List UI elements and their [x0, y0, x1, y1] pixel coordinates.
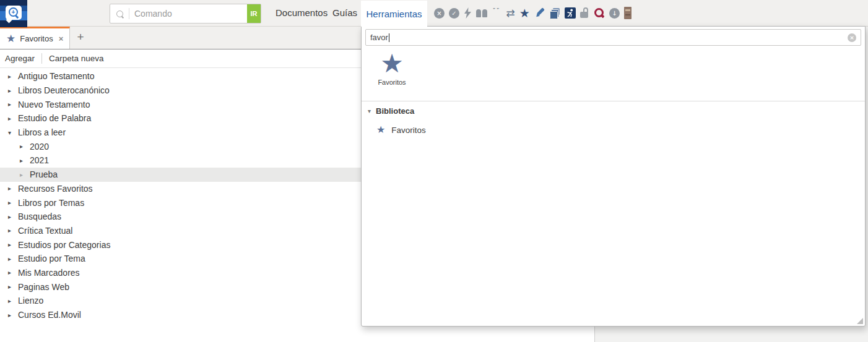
figure-tile-icon[interactable]: [565, 7, 576, 19]
chevron-right-icon[interactable]: ▸: [8, 255, 14, 262]
chevron-right-icon[interactable]: ▸: [20, 157, 26, 164]
go-button[interactable]: IR: [247, 4, 261, 23]
quick-tools-strip: × ✓ ” ⇄ ★ ↓: [434, 6, 631, 20]
new-tab-button[interactable]: +: [74, 30, 87, 45]
chevron-right-icon[interactable]: ▸: [20, 171, 26, 178]
library-section-label: Biblioteca: [376, 106, 414, 116]
book-spine-icon[interactable]: [624, 7, 631, 19]
open-lock-icon[interactable]: [580, 7, 589, 19]
divider: [129, 8, 129, 19]
open-book-icon[interactable]: [476, 9, 488, 17]
tool-result-favoritos[interactable]: ★ Favoritos: [373, 51, 411, 86]
lightning-icon[interactable]: [464, 7, 472, 19]
pencil-icon[interactable]: [534, 7, 545, 19]
search-icon: [116, 11, 123, 17]
command-placeholder: Comando: [134, 9, 172, 19]
divider: [362, 101, 865, 101]
circle-check-icon[interactable]: ✓: [449, 8, 459, 19]
chevron-right-icon[interactable]: ▸: [20, 143, 26, 150]
chevron-right-icon[interactable]: ▸: [8, 73, 14, 80]
star-icon: ★: [376, 125, 385, 135]
chevron-right-icon[interactable]: ▸: [8, 283, 14, 290]
chevron-right-icon[interactable]: ▸: [8, 269, 14, 276]
tab-favoritos[interactable]: ★ Favoritos ×: [0, 27, 70, 49]
copy-stack-icon[interactable]: [550, 8, 560, 19]
library-item-favoritos[interactable]: ★ Favoritos: [376, 125, 426, 135]
magnifier-icon[interactable]: [594, 7, 605, 19]
chevron-right-icon[interactable]: ▸: [8, 241, 14, 248]
chevron-right-icon[interactable]: ▸: [8, 199, 14, 206]
chevron-down-icon[interactable]: ▾: [8, 129, 14, 136]
clear-search-icon[interactable]: ×: [848, 33, 856, 42]
command-search-box[interactable]: Comando IR: [110, 4, 261, 24]
menu-guias[interactable]: Guías: [332, 7, 357, 18]
quotation-icon[interactable]: ”: [492, 8, 502, 18]
add-button[interactable]: Agregar: [5, 54, 35, 63]
tab-label: Favoritos: [20, 34, 53, 43]
chevron-right-icon[interactable]: ▸: [8, 101, 14, 108]
chevron-right-icon[interactable]: ▸: [8, 115, 14, 122]
library-item-label: Favoritos: [391, 126, 426, 135]
chevron-right-icon[interactable]: ▸: [8, 87, 14, 94]
chevron-right-icon[interactable]: ▸: [8, 227, 14, 234]
tools-search-value: favor: [370, 33, 388, 42]
chevron-down-icon[interactable]: ▾: [368, 108, 371, 114]
star-icon: ★: [373, 51, 411, 76]
app-logo[interactable]: +: [0, 0, 27, 27]
text-cursor: [389, 33, 389, 42]
tools-search-field[interactable]: favor ×: [365, 29, 861, 46]
tool-result-label: Favoritos: [373, 79, 411, 86]
circle-down-arrow-icon[interactable]: ↓: [609, 8, 620, 19]
resize-handle[interactable]: [857, 318, 863, 324]
tab-herramientas-label: Herramientas: [366, 9, 422, 19]
new-folder-button[interactable]: Carpeta nueva: [49, 54, 104, 63]
chevron-right-icon[interactable]: ▸: [8, 297, 14, 304]
divider: [41, 53, 42, 64]
close-tab-icon[interactable]: ×: [59, 34, 64, 43]
tab-herramientas[interactable]: Herramientas: [361, 1, 427, 27]
tools-dropdown-panel: Herramientas favor × ★ Favoritos ▾ Bibli…: [361, 26, 866, 327]
library-section-header[interactable]: ▾ Biblioteca: [368, 106, 414, 116]
menu-documentos[interactable]: Documentos: [276, 7, 328, 18]
circle-x-icon[interactable]: ×: [434, 8, 445, 19]
swap-arrows-icon[interactable]: ⇄: [506, 8, 515, 19]
chevron-right-icon[interactable]: ▸: [8, 312, 14, 318]
star-icon: ★: [6, 33, 15, 44]
chevron-right-icon[interactable]: ▸: [8, 213, 14, 220]
chevron-right-icon[interactable]: ▸: [8, 185, 14, 192]
star-icon[interactable]: ★: [519, 7, 530, 19]
